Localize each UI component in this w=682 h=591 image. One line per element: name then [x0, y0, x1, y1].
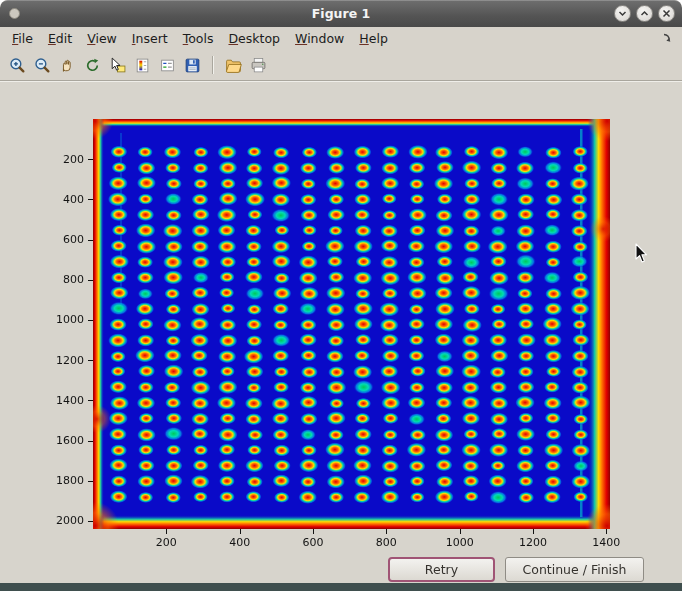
rotate-3d-button[interactable] — [81, 54, 104, 77]
menu-tools[interactable]: Tools — [183, 31, 214, 46]
zoom-in-icon — [9, 57, 26, 74]
menu-desktop[interactable]: Desktop — [228, 31, 280, 46]
menu-window[interactable]: Window — [295, 31, 344, 46]
zoom-out-button[interactable] — [31, 54, 54, 77]
legend-icon — [159, 57, 176, 74]
dock-figure-icon — [661, 32, 674, 45]
save-icon — [184, 57, 201, 74]
retry-button[interactable]: Retry — [388, 557, 495, 582]
chevron-up-icon — [640, 9, 649, 18]
chevron-down-icon — [618, 9, 627, 18]
figure-toolbar — [0, 50, 682, 80]
zoom-in-button[interactable] — [6, 54, 29, 77]
continue-finish-button[interactable]: Continue / Finish — [505, 557, 644, 582]
colorbar-icon — [134, 57, 151, 74]
zoom-out-icon — [34, 57, 51, 74]
printer-icon — [250, 57, 267, 74]
menu-view[interactable]: View — [87, 31, 117, 46]
data-cursor-button[interactable] — [106, 54, 129, 77]
close-icon — [662, 9, 671, 18]
menubar: File Edit View Insert Tools Desktop Wind… — [0, 27, 682, 50]
print-figure-button[interactable] — [247, 54, 270, 77]
insert-legend-button[interactable] — [156, 54, 179, 77]
toolbar-separator — [212, 56, 214, 74]
heatmap-image[interactable] — [93, 119, 610, 529]
menu-edit[interactable]: Edit — [48, 31, 72, 46]
dock-figure-button[interactable] — [661, 32, 674, 45]
minimize-button[interactable] — [614, 5, 631, 22]
open-folder-icon — [225, 57, 242, 74]
window-controls — [614, 5, 675, 22]
save-figure-button[interactable] — [181, 54, 204, 77]
window-title: Figure 1 — [0, 0, 682, 27]
menu-file[interactable]: File — [12, 31, 33, 46]
rotate-3d-icon — [84, 57, 101, 74]
hand-icon — [59, 57, 76, 74]
pan-button[interactable] — [56, 54, 79, 77]
close-button[interactable] — [658, 5, 675, 22]
figure-window: Figure 1 File Edit View Insert Tools Des… — [0, 0, 682, 591]
insert-colorbar-button[interactable] — [131, 54, 154, 77]
menu-help[interactable]: Help — [359, 31, 388, 46]
open-file-button[interactable] — [222, 54, 245, 77]
menu-insert[interactable]: Insert — [132, 31, 168, 46]
maximize-button[interactable] — [636, 5, 653, 22]
titlebar[interactable]: Figure 1 — [0, 0, 682, 28]
data-cursor-icon — [109, 57, 126, 74]
window-bottom-edge — [0, 583, 682, 591]
